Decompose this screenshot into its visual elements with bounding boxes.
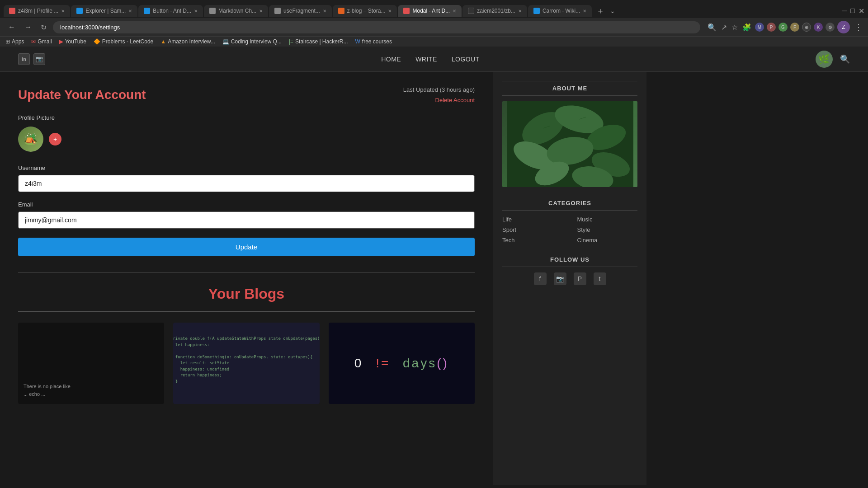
close-icon[interactable]: ✕ <box>453 9 456 14</box>
sidebar-categories-section: CATEGORIES Life Music Sport Style Tech C… <box>502 200 637 244</box>
facebook-icon[interactable]: f <box>534 272 547 285</box>
profile-pic-row: 🏕️ + <box>18 127 475 152</box>
bookmark-gmail[interactable]: ✉ Gmail <box>31 38 52 45</box>
nav-write[interactable]: WRITE <box>415 56 437 63</box>
close-window-button[interactable]: ✕ <box>859 7 864 15</box>
main-layout: Update Your Account Last Updated (3 hour… <box>0 72 868 485</box>
twitter-icon[interactable]: t <box>594 272 606 285</box>
ext-icon-4[interactable]: F <box>790 23 799 32</box>
tab-github[interactable]: zaiem2001/zb... ✕ <box>462 5 527 17</box>
tab-z4i3m[interactable]: z4i3m | Profile ... ✕ <box>4 5 70 17</box>
bookmark-apps[interactable]: ⊞ Apps <box>5 38 24 45</box>
bookmark-hackerrank[interactable]: |= Staircase | HackerR... <box>289 38 348 45</box>
ext-icon-6[interactable]: K <box>814 23 823 32</box>
new-tab-button[interactable]: ＋ <box>594 4 606 18</box>
forward-button[interactable]: → <box>22 21 34 33</box>
browser-user-avatar[interactable]: Z <box>837 21 850 33</box>
ext-icon-3[interactable]: G <box>778 23 788 32</box>
nav-logout[interactable]: LOGOUT <box>452 56 480 63</box>
update-button[interactable]: Update <box>18 238 475 256</box>
pinterest-icon[interactable]: P <box>574 272 586 285</box>
blog-card-2[interactable]: private double f(A updateStateWithProps … <box>173 323 319 404</box>
email-input[interactable] <box>18 211 475 229</box>
extensions-icon[interactable]: 🧩 <box>742 23 751 32</box>
bookmark-label: Staircase | HackerR... <box>295 38 348 45</box>
search-icon[interactable]: 🔍 <box>840 54 850 64</box>
tab-label: Markdown Ch... <box>218 8 256 14</box>
ext-icon-5[interactable]: ⊕ <box>802 23 811 32</box>
address-input[interactable] <box>53 21 700 33</box>
browser-menu-icon[interactable]: ⋮ <box>854 22 863 32</box>
bookmark-label: Amazon Interview... <box>168 38 215 45</box>
category-music[interactable]: Music <box>577 216 638 223</box>
ci-icon: 💻 <box>222 38 229 45</box>
category-tech[interactable]: Tech <box>502 237 563 244</box>
user-avatar[interactable]: 🌿 <box>816 51 833 68</box>
bookmark-coding-interview[interactable]: 💻 Coding Interview Q... <box>222 38 282 45</box>
close-icon[interactable]: ✕ <box>259 9 263 14</box>
blog-card-3[interactable]: 0 != days ( ) <box>329 323 475 404</box>
ext-icon-1[interactable]: M <box>755 23 764 32</box>
close-icon[interactable]: ✕ <box>388 9 392 14</box>
sidebar: ABOUT ME <box>493 72 646 485</box>
refresh-button[interactable]: ↻ <box>38 21 49 33</box>
bookmark-star-icon[interactable]: ☆ <box>731 23 738 32</box>
settings-ext-icon[interactable]: ⚙ <box>826 23 835 32</box>
username-input[interactable] <box>18 175 475 192</box>
blog-card-1[interactable]: There is no place like... echo ... <box>18 323 164 404</box>
blog-card-3-math: 0 != days ( ) <box>329 323 475 404</box>
bookmark-label: Gmail <box>38 38 52 45</box>
search-icon[interactable]: 🔍 <box>708 23 717 32</box>
camera-icon[interactable]: 📷 <box>33 53 45 65</box>
bookmark-free-courses[interactable]: W free courses <box>355 38 392 45</box>
tab-label: Explorer | Sam... <box>85 8 126 14</box>
tab-explorer[interactable]: Explorer | Sam... ✕ <box>71 5 137 17</box>
back-button[interactable]: ← <box>5 21 18 33</box>
linkedin-icon[interactable]: in <box>18 53 30 65</box>
upload-profile-picture-button[interactable]: + <box>49 133 61 145</box>
close-icon[interactable]: ✕ <box>323 9 326 14</box>
category-style[interactable]: Style <box>577 226 638 233</box>
username-form-group: Username <box>18 164 475 192</box>
hr-icon: |= <box>289 38 293 45</box>
content-area: Update Your Account Last Updated (3 hour… <box>0 72 493 485</box>
instagram-icon[interactable]: 📷 <box>554 272 566 285</box>
maximize-button[interactable]: □ <box>850 7 855 15</box>
site-logo[interactable]: in 📷 <box>18 53 45 65</box>
tab-carrom[interactable]: Carrom - Wiki... ✕ <box>528 5 592 17</box>
close-icon[interactable]: ✕ <box>61 9 65 14</box>
categories-grid: Life Music Sport Style Tech Cinema <box>502 216 637 244</box>
close-icon[interactable]: ✕ <box>583 9 586 14</box>
tab-modal-ant[interactable]: Modal - Ant D... ✕ <box>398 5 462 17</box>
close-icon[interactable]: ✕ <box>128 9 132 14</box>
share-icon[interactable]: ↗ <box>721 23 727 32</box>
nav-home[interactable]: HOME <box>381 56 401 63</box>
toolbar-icons: 🔍 ↗ ☆ 🧩 <box>708 23 751 32</box>
delete-account-link[interactable]: Delete Account <box>435 97 475 103</box>
category-life[interactable]: Life <box>502 216 563 223</box>
bookmark-amazon[interactable]: ▲ Amazon Interview... <box>160 38 215 45</box>
follow-icons-row: f 📷 P t <box>502 272 637 285</box>
tab-zblog[interactable]: z-blog – Stora... ✕ <box>333 5 397 17</box>
tab-bar: z4i3m | Profile ... ✕ Explorer | Sam... … <box>0 0 868 18</box>
ext-icon-2[interactable]: P <box>767 23 776 32</box>
close-icon[interactable]: ✕ <box>518 9 522 14</box>
apps-icon: ⊞ <box>5 38 10 45</box>
tab-markdown[interactable]: Markdown Ch... ✕ <box>204 5 268 17</box>
bookmark-youtube[interactable]: ▶ YouTube <box>59 38 86 45</box>
category-sport[interactable]: Sport <box>502 226 563 233</box>
tab-usefragment[interactable]: useFragment... ✕ <box>269 5 332 17</box>
tab-actions: ＋ ⌄ <box>594 4 617 18</box>
bookmark-label: YouTube <box>65 38 86 45</box>
gmail-icon: ✉ <box>31 38 36 45</box>
close-icon[interactable]: ✕ <box>194 9 198 14</box>
tab-overflow-button[interactable]: ⌄ <box>608 5 617 16</box>
bookmark-leetcode[interactable]: 🔶 Problems - LeetCode <box>94 38 153 45</box>
page-header-row: Update Your Account Last Updated (3 hour… <box>18 86 475 103</box>
category-cinema[interactable]: Cinema <box>577 237 638 244</box>
bookmark-label: Coding Interview Q... <box>231 38 282 45</box>
minimize-button[interactable]: ─ <box>842 7 847 15</box>
tab-button-ant[interactable]: Button - Ant D... ✕ <box>138 5 203 17</box>
last-updated-text: Last Updated (3 hours ago) <box>403 86 475 93</box>
blog-card-2-code: private double f(A updateStateWithProps … <box>173 323 319 404</box>
